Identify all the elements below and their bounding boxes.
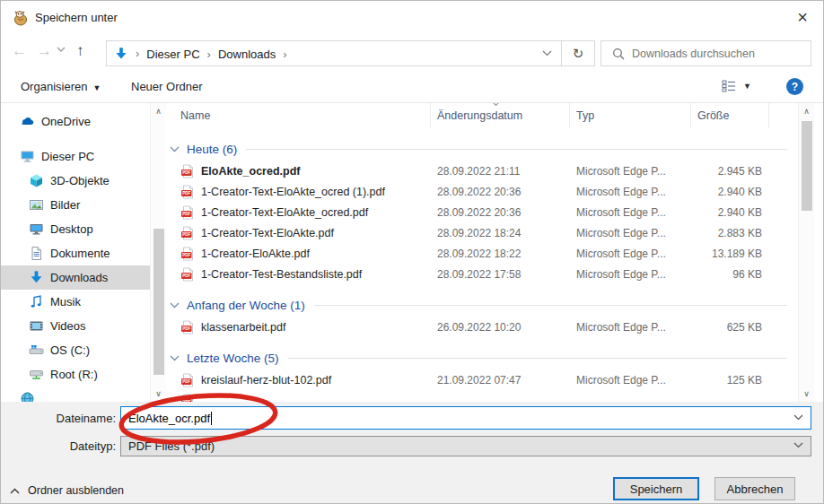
- new-folder-button[interactable]: Neuer Ordner: [131, 80, 202, 93]
- back-icon[interactable]: ←: [12, 42, 27, 60]
- scroll-up-icon[interactable]: ∧: [799, 107, 814, 116]
- filetype-select[interactable]: PDF Files (*.pdf): [120, 436, 811, 456]
- file-list-body: Heute (6)PDFEloAkte_ocred.pdf28.09.2022 …: [168, 128, 798, 402]
- file-row[interactable]: PDF1-Creator-EloAkte.pdf28.09.2022 18:22…: [168, 243, 798, 264]
- group-header[interactable]: Anfang der Woche (1): [168, 293, 798, 317]
- scroll-up-icon[interactable]: ∧: [151, 107, 166, 116]
- file-name-cell: PDF1-Creator-Text-EloAkte.pdf: [168, 226, 430, 240]
- file-typ-cell: Microsoft Edge P...: [569, 227, 690, 239]
- sidebar-item-os-c-[interactable]: OS (C:): [1, 338, 150, 362]
- file-name: kreislauf-herz-blut-102.pdf: [201, 374, 331, 387]
- sidebar-item-onedrive[interactable]: OneDrive: [1, 109, 150, 134]
- scroll-down-icon[interactable]: ∨: [799, 389, 814, 398]
- details-view-icon[interactable]: [722, 80, 736, 92]
- file-row[interactable]: PDF1-Creator-Text-EloAkte_ocred (1).pdf2…: [168, 181, 798, 202]
- sidebar-item-dieser-pc[interactable]: Dieser PC: [1, 144, 150, 169]
- scrollbar-thumb[interactable]: [153, 229, 164, 375]
- file-row[interactable]: PDF1-Creator-Test-Bestandsliste.pdf28.09…: [168, 264, 798, 284]
- file-name: 1-Creator-Text-EloAkte_ocred (1).pdf: [201, 186, 385, 198]
- save-button[interactable]: Speichern: [613, 477, 699, 500]
- scrollbar-thumb[interactable]: [802, 121, 812, 211]
- file-size-cell: 13.189 KB: [690, 248, 769, 260]
- file-typ-cell: Microsoft Edge P...: [569, 321, 690, 334]
- breadcrumb-item[interactable]: Downloads: [218, 48, 276, 61]
- file-size-cell: 625 KB: [690, 321, 769, 334]
- search-box[interactable]: Downloads durchsuchen: [600, 40, 811, 66]
- breadcrumb-separator: ›: [207, 48, 211, 61]
- filename-input[interactable]: EloAkte_ocr.pdf: [120, 406, 811, 430]
- address-chevron-icon[interactable]: [542, 50, 552, 56]
- hide-folders-label: Ordner ausblenden: [28, 484, 124, 497]
- svg-text:PDF: PDF: [182, 379, 190, 384]
- sidebar-item-bilder[interactable]: Bilder: [1, 193, 150, 217]
- hide-folders-button[interactable]: Ordner ausblenden: [10, 484, 124, 497]
- up-icon[interactable]: ↑: [76, 42, 84, 60]
- pictures-icon: [29, 197, 44, 213]
- close-icon[interactable]: ×: [789, 4, 816, 30]
- pdf-file-icon: PDF: [180, 394, 195, 403]
- view-dropdown-icon[interactable]: ▼: [743, 82, 751, 91]
- sidebar-item-label: 3D-Objekte: [50, 174, 110, 187]
- file-name-cell: PDF: [168, 394, 430, 403]
- sidebar-item-musik[interactable]: Musik: [1, 290, 150, 314]
- history-chevron-icon[interactable]: [57, 47, 66, 53]
- cancel-button[interactable]: Abbrechen: [714, 477, 795, 500]
- filelist-scrollbar[interactable]: ∧ ∨: [798, 103, 814, 402]
- sidebar-item-3d-objekte[interactable]: 3D-Objekte: [1, 169, 150, 193]
- svg-text:PDF: PDF: [182, 232, 190, 237]
- navigation-bar: ← → ↑ › Dieser PC›Downloads› ↻ Downloads…: [1, 35, 823, 73]
- file-list: NameÄnderungsdatumTypGröße Heute (6)PDFE…: [168, 103, 798, 402]
- sidebar-item-root-r-[interactable]: Root (R:): [1, 362, 150, 387]
- organize-menu[interactable]: Organisieren▼: [21, 80, 101, 93]
- sidebar-item-label: Root (R:): [50, 368, 98, 381]
- group-header[interactable]: Letzte Woche (5): [168, 346, 798, 369]
- group-header[interactable]: Heute (6): [168, 137, 798, 161]
- scroll-down-icon[interactable]: ∨: [151, 389, 166, 398]
- breadcrumb: Dieser PC›Downloads›: [146, 46, 294, 62]
- file-row[interactable]: PDFEloAkte_ocred.pdf28.09.2022 21:11Micr…: [168, 161, 798, 181]
- computer-icon: [20, 149, 35, 164]
- sidebar-item-label: Dokumente: [50, 247, 110, 260]
- column-header-date[interactable]: Änderungsdatum: [430, 103, 569, 128]
- sidebar-item-label: Downloads: [50, 271, 108, 284]
- window-title: Speichern unter: [35, 11, 118, 24]
- column-header-typ[interactable]: Typ: [569, 103, 690, 128]
- sidebar-item-desktop[interactable]: Desktop: [1, 217, 150, 241]
- group-collapse-icon[interactable]: [170, 146, 180, 152]
- file-row[interactable]: PDF1-Creator-Text-EloAkte_ocred.pdf28.09…: [168, 202, 798, 222]
- svg-text:PDF: PDF: [182, 326, 190, 331]
- refresh-button[interactable]: ↻: [561, 40, 595, 66]
- filename-dropdown-icon[interactable]: [793, 414, 803, 421]
- address-bar[interactable]: › Dieser PC›Downloads›: [106, 40, 562, 66]
- file-name: EloAkte_ocred.pdf: [201, 165, 300, 178]
- file-date-cell: 28.09.2022 18:22: [430, 248, 569, 260]
- group-collapse-icon[interactable]: [170, 302, 180, 308]
- column-header-name[interactable]: Name: [168, 103, 430, 128]
- file-row[interactable]: PDF1-Creator-Text-EloAkte.pdf28.09.2022 …: [168, 222, 798, 243]
- file-date-cell: 28.09.2022 21:11: [430, 165, 569, 178]
- sidebar-scrollbar[interactable]: ∧ ∨: [150, 103, 166, 402]
- file-date-cell: 28.09.2022 17:58: [430, 268, 569, 281]
- forward-icon[interactable]: →: [37, 42, 52, 60]
- group-rule: [246, 149, 787, 150]
- group-collapse-icon[interactable]: [170, 355, 180, 361]
- sidebar-item-videos[interactable]: Videos: [1, 314, 150, 338]
- help-icon[interactable]: ?: [786, 78, 803, 95]
- os-drive-icon: [29, 343, 44, 358]
- sidebar-item-downloads[interactable]: Downloads: [1, 265, 150, 290]
- file-row[interactable]: PDFklassenarbeit.pdf26.09.2022 10:20Micr…: [168, 317, 798, 337]
- column-header-size[interactable]: Größe: [690, 103, 769, 128]
- sidebar-item-dokumente[interactable]: Dokumente: [1, 241, 150, 265]
- file-row[interactable]: PDFkreislauf-herz-blut-102.pdf21.09.2022…: [168, 369, 798, 390]
- file-name-cell: PDFkreislauf-herz-blut-102.pdf: [168, 373, 430, 387]
- pdf-file-icon: PDF: [180, 373, 195, 387]
- sidebar-item-partial[interactable]: [1, 387, 150, 402]
- file-row-partial[interactable]: PDF: [168, 390, 798, 402]
- breadcrumb-item[interactable]: Dieser PC: [146, 48, 199, 61]
- search-icon: [612, 48, 625, 60]
- group-label: Letzte Woche (5): [187, 352, 279, 365]
- pdf-file-icon: PDF: [180, 320, 195, 335]
- file-date-cell: 21.09.2022 07:47: [430, 374, 569, 387]
- file-size-cell: 96 KB: [690, 268, 769, 281]
- file-size-cell: 2.940 KB: [690, 206, 769, 219]
